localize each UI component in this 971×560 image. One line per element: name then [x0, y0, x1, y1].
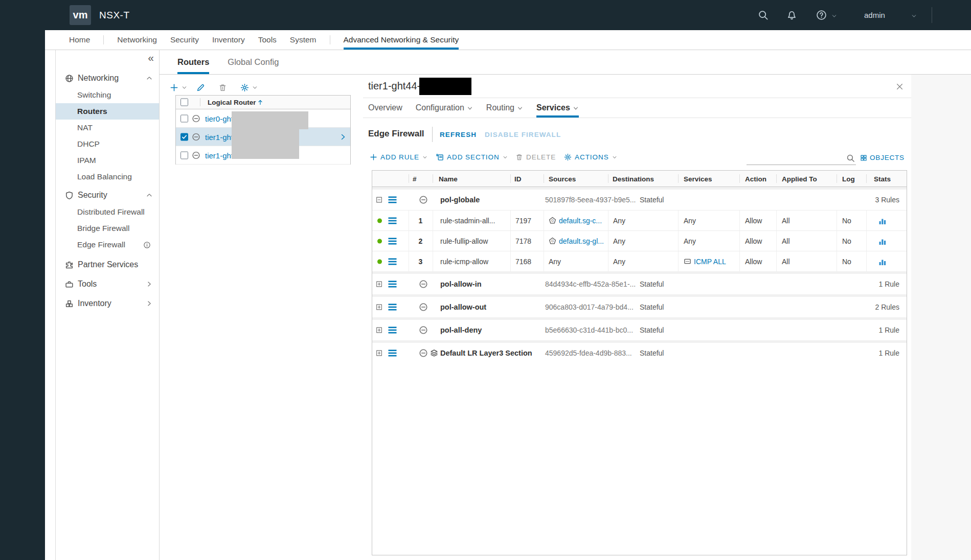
delete-router-icon[interactable]: [218, 83, 227, 92]
tab-overview[interactable]: Overview: [368, 98, 402, 118]
info-icon[interactable]: [143, 241, 151, 249]
section-row[interactable]: pol-all-denyb5e66630-c31d-441b-bc0...Sta…: [372, 320, 907, 340]
drag-handle-icon[interactable]: [388, 238, 397, 245]
sidebar-group-tools[interactable]: Tools: [56, 275, 159, 293]
disable-firewall-button[interactable]: DISABLE FIREWALL: [485, 131, 561, 138]
section-row[interactable]: Default LR Layer3 Section459692d5-fdea-4…: [372, 343, 907, 363]
collapse-section-icon[interactable]: [376, 197, 382, 203]
rule-row[interactable]: 2rule-fullip-allow7178Gdefault.sg-gl...A…: [372, 230, 907, 251]
chevron-up-icon[interactable]: [146, 192, 153, 199]
expand-section-icon[interactable]: [376, 350, 382, 357]
sidebar-item-nat[interactable]: NAT: [56, 120, 159, 136]
chevron-right-icon[interactable]: [339, 133, 347, 141]
chevron-down-icon: [422, 155, 427, 160]
help-icon[interactable]: [816, 10, 827, 20]
add-section-button[interactable]: ADD SECTION: [436, 153, 508, 161]
nav-item-tools[interactable]: Tools: [258, 30, 277, 50]
add-rule-button[interactable]: ADD RULE: [370, 153, 427, 161]
section-row[interactable]: pol-allow-in84d4934c-effb-452a-85e1-...S…: [372, 274, 907, 294]
tab-global-config[interactable]: Global Config: [228, 50, 279, 74]
close-icon[interactable]: [896, 83, 904, 90]
objects-button[interactable]: OBJECTS: [860, 154, 905, 161]
sidebar-group-partner-services[interactable]: Partner Services: [56, 256, 159, 273]
stats-chart-icon[interactable]: [878, 258, 887, 265]
expand-section-icon[interactable]: [376, 281, 382, 288]
chevron-up-icon[interactable]: [146, 75, 153, 82]
row-checkbox[interactable]: [180, 151, 188, 159]
add-router-chevron-icon[interactable]: [182, 85, 187, 90]
sidebar-item-bridge-firewall[interactable]: Bridge Firewall: [56, 220, 159, 237]
notifications-bell-icon[interactable]: [786, 10, 797, 20]
column-header-[interactable]: #: [413, 175, 417, 182]
sidebar-item-ipam[interactable]: IPAM: [56, 152, 159, 169]
edit-router-icon[interactable]: [196, 83, 205, 92]
rule-row[interactable]: 3rule-icmp-allow7168AnyAnyICMP ALLAllowA…: [372, 251, 907, 271]
help-chevron-down-icon[interactable]: [831, 13, 837, 19]
delete-button[interactable]: DELETE: [515, 153, 556, 161]
chevron-right-icon[interactable]: [146, 281, 153, 288]
column-header-applied-to[interactable]: Applied To: [782, 175, 817, 182]
user-menu[interactable]: admin: [864, 0, 885, 30]
tab-configuration[interactable]: Configuration: [416, 98, 473, 118]
section-row[interactable]: pol-allow-out906ca803-d017-4a79-bd4...St…: [372, 297, 907, 317]
stats-chart-icon[interactable]: [878, 217, 887, 224]
nav-item-security[interactable]: Security: [170, 30, 199, 50]
column-header-id[interactable]: ID: [514, 175, 522, 182]
rule-row[interactable]: 1rule-stadmin-all...7197Gdefault.sg-c...…: [372, 210, 907, 230]
sidebar-item-distributed-firewall[interactable]: Distributed Firewall: [56, 204, 159, 220]
section-row[interactable]: pol-globale501897f8-5eea-4937-b9e5...Sta…: [372, 190, 907, 210]
column-header-stats[interactable]: Stats: [874, 175, 891, 182]
sidebar-item-label: Edge Firewall: [77, 240, 125, 249]
search-icon[interactable]: [758, 10, 769, 20]
settings-chevron-icon[interactable]: [252, 85, 258, 90]
chevron-right-icon[interactable]: [146, 300, 153, 307]
row-checkbox[interactable]: [180, 114, 188, 122]
sort-ascending-icon[interactable]: [257, 99, 264, 106]
user-chevron-down-icon[interactable]: [911, 13, 917, 19]
search-input[interactable]: [747, 152, 843, 165]
nav-item-system[interactable]: System: [290, 30, 317, 50]
column-header-destinations[interactable]: Destinations: [613, 175, 654, 182]
sidebar-item-edge-firewall[interactable]: Edge Firewall: [56, 237, 159, 253]
sidebar-item-switching[interactable]: Switching: [56, 87, 159, 103]
stats-chart-icon[interactable]: [878, 237, 887, 245]
nav-item-advanced-networking-security[interactable]: Advanced Networking & Security: [344, 30, 459, 50]
column-header-sources[interactable]: Sources: [549, 175, 576, 182]
add-router-icon[interactable]: [170, 83, 178, 92]
sidebar-item-load-balancing[interactable]: Load Balancing: [56, 169, 159, 185]
drag-handle-icon[interactable]: [388, 326, 397, 334]
nav-item-networking[interactable]: Networking: [117, 30, 157, 50]
vmware-logo[interactable]: vm: [70, 5, 91, 25]
tab-services[interactable]: Services: [536, 98, 579, 118]
expand-section-icon[interactable]: [376, 304, 382, 311]
row-checkbox[interactable]: [180, 133, 188, 141]
nav-item-inventory[interactable]: Inventory: [212, 30, 245, 50]
drag-handle-icon[interactable]: [388, 196, 397, 203]
drag-handle-icon[interactable]: [388, 217, 397, 224]
column-header-services[interactable]: Services: [684, 175, 712, 182]
source-group-link[interactable]: default.sg-c...: [559, 217, 602, 225]
refresh-button[interactable]: REFRESH: [440, 131, 477, 138]
column-header-action[interactable]: Action: [745, 175, 766, 182]
drag-handle-icon[interactable]: [388, 349, 397, 357]
expand-section-icon[interactable]: [376, 327, 382, 334]
source-group-link[interactable]: default.sg-gl...: [559, 237, 604, 245]
tab-routers[interactable]: Routers: [177, 50, 209, 74]
drag-handle-icon[interactable]: [388, 258, 397, 265]
sidebar-group-inventory[interactable]: Inventory: [56, 295, 159, 312]
tab-routing[interactable]: Routing: [486, 98, 523, 118]
nav-item-home[interactable]: Home: [69, 30, 90, 50]
service-link[interactable]: ICMP ALL: [694, 258, 726, 266]
drag-handle-icon[interactable]: [388, 304, 397, 311]
sidebar-collapse-icon[interactable]: «: [148, 52, 154, 63]
sidebar-group-networking[interactable]: Networking: [56, 69, 159, 87]
sidebar-group-security[interactable]: Security: [56, 186, 159, 204]
actions-button[interactable]: ACTIONS: [564, 153, 617, 161]
sidebar-item-dhcp[interactable]: DHCP: [56, 136, 159, 152]
column-header-log[interactable]: Log: [842, 175, 855, 182]
select-all-checkbox[interactable]: [180, 99, 188, 106]
column-header-name[interactable]: Name: [439, 175, 458, 182]
settings-gear-icon[interactable]: [240, 83, 249, 92]
drag-handle-icon[interactable]: [388, 281, 397, 288]
sidebar-item-routers[interactable]: Routers: [56, 103, 159, 120]
